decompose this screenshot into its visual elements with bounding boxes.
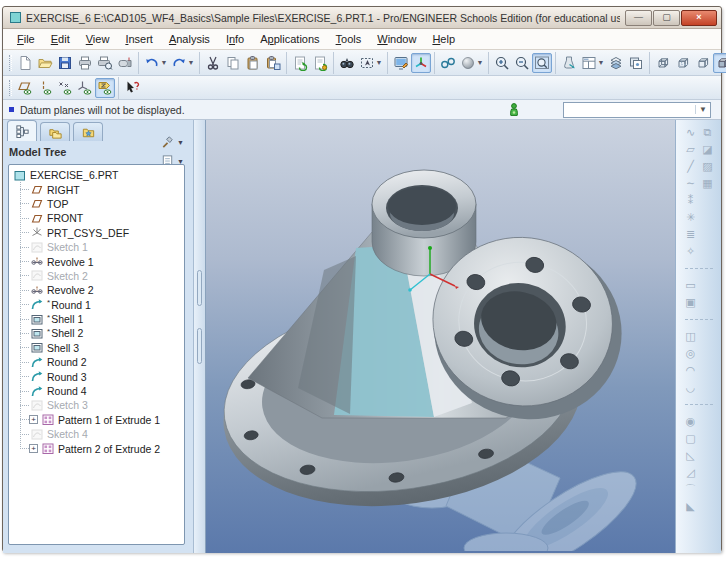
zoom-out-button[interactable]	[512, 53, 532, 73]
undo-button[interactable]: ▼	[142, 53, 169, 73]
menu-applications[interactable]: Applications	[252, 31, 327, 47]
panel-splitter[interactable]	[193, 120, 206, 553]
menu-edit[interactable]: Edit	[43, 31, 78, 47]
selection-filter-button[interactable]: ▼	[357, 53, 384, 73]
open-file-button[interactable]	[35, 53, 55, 73]
rib-tool-button[interactable]: ◺	[683, 450, 699, 461]
chevron-down-icon[interactable]: ▼	[188, 59, 195, 66]
datum-plane-tool-button[interactable]: ▱	[683, 144, 699, 155]
copy-button[interactable]	[223, 53, 243, 73]
spin-center-button[interactable]	[411, 53, 431, 73]
tab-favorites[interactable]	[73, 122, 103, 141]
zoom-in-button[interactable]	[492, 53, 512, 73]
toolbar-grip[interactable]	[9, 55, 12, 71]
menu-insert[interactable]: Insert	[117, 31, 161, 47]
tree-item-round-4[interactable]: Round 4	[12, 384, 184, 398]
datum-curve-tool-button[interactable]: ∼	[683, 178, 699, 189]
datum-plane-display-button[interactable]	[15, 78, 35, 98]
menu-analysis[interactable]: Analysis	[161, 31, 218, 47]
tree-item-top[interactable]: TOP	[12, 197, 184, 211]
menu-file[interactable]: File	[9, 31, 43, 47]
chevron-down-icon[interactable]: ▼	[477, 59, 484, 66]
sketch-tool-button[interactable]: ▭	[683, 280, 699, 291]
menu-tools[interactable]: Tools	[328, 31, 370, 47]
tree-item-round-2[interactable]: Round 2	[12, 355, 184, 369]
menu-help[interactable]: Help	[424, 31, 463, 47]
graphics-viewport[interactable]	[206, 120, 675, 553]
tree-item-right[interactable]: RIGHT	[12, 182, 184, 196]
mirror-tool-button[interactable]: ⧉	[700, 127, 716, 138]
analysis-tool-button[interactable]: ≣	[683, 229, 699, 240]
minimize-button[interactable]: —	[625, 10, 652, 26]
regenerate-button[interactable]	[290, 53, 310, 73]
chevron-down-icon[interactable]: ▼	[177, 139, 184, 146]
hole-tool-button[interactable]: ◉	[683, 416, 699, 427]
expand-icon[interactable]: +	[29, 415, 38, 424]
table-tool-button[interactable]: ▦	[700, 178, 716, 189]
named-views-button[interactable]	[559, 53, 579, 73]
blend-tool-button[interactable]: ◡	[683, 382, 699, 393]
print-button[interactable]	[75, 53, 95, 73]
fill-tool-button[interactable]: ▨	[700, 161, 716, 172]
repaint-button[interactable]	[391, 53, 411, 73]
axis-display-button[interactable]	[35, 78, 55, 98]
tree-item-sketch-2[interactable]: Sketch 2	[12, 269, 184, 283]
save-file-button[interactable]	[55, 53, 75, 73]
chamfer-feature-tool-button[interactable]: ◣	[683, 501, 699, 512]
model-player-tool-button[interactable]: ✧	[683, 246, 699, 257]
merge-tool-button[interactable]: ◪	[700, 144, 716, 155]
hidden-line-button[interactable]	[673, 53, 693, 73]
tree-item-pattern-1-of-extrude-1[interactable]: +Pattern 1 of Extrude 1	[12, 413, 184, 427]
annotation-display-button[interactable]	[95, 78, 115, 98]
style-tool-button[interactable]: ∿	[683, 127, 699, 138]
expand-icon[interactable]: +	[29, 444, 38, 453]
tree-item-revolve-1[interactable]: Revolve 1	[12, 254, 184, 268]
splitter-handle[interactable]	[197, 328, 202, 364]
shaded-view-button[interactable]: ▼	[458, 53, 485, 73]
tree-item-front[interactable]: FRONT	[12, 211, 184, 225]
revolve-tool-button[interactable]: ◎	[683, 348, 699, 359]
paste-button[interactable]	[243, 53, 263, 73]
custom-regenerate-button[interactable]	[310, 53, 330, 73]
maximize-button[interactable]: ▢	[653, 10, 680, 26]
toolbar-grip[interactable]	[9, 80, 12, 96]
tree-item-prt-csys-def[interactable]: PRT_CSYS_DEF	[12, 226, 184, 240]
layers-button[interactable]	[606, 53, 626, 73]
tree-item-round-1[interactable]: *Round 1	[12, 298, 184, 312]
search-combo[interactable]: ▼	[563, 102, 711, 118]
tree-show-settings-button[interactable]: ▼	[157, 133, 187, 152]
tab-model-tree[interactable]	[7, 120, 37, 141]
chevron-down-icon[interactable]: ▼	[598, 59, 605, 66]
menu-view[interactable]: View	[78, 31, 118, 47]
chevron-down-icon[interactable]: ▼	[376, 59, 383, 66]
tree-item-sketch-1[interactable]: Sketch 1	[12, 240, 184, 254]
point-display-button[interactable]	[55, 78, 75, 98]
title-bar[interactable]: EXERCISE_6 E:\CAD105_WF4_Basics\Sample F…	[3, 7, 721, 29]
tree-item-shell-2[interactable]: *Shell 2	[12, 326, 184, 340]
sweep-tool-button[interactable]: ◠	[683, 365, 699, 376]
menu-window[interactable]: Window	[369, 31, 424, 47]
new-file-button[interactable]	[15, 53, 35, 73]
no-hidden-button[interactable]	[693, 53, 713, 73]
draft-tool-button[interactable]: ◿	[683, 467, 699, 478]
close-button[interactable]: ×	[681, 10, 717, 26]
tree-item-sketch-4[interactable]: Sketch 4	[12, 427, 184, 441]
tree-item-exercise-6-prt[interactable]: EXERCISE_6.PRT	[12, 168, 184, 182]
chevron-down-icon[interactable]: ▼	[161, 59, 168, 66]
view-orientation-button[interactable]: ▼	[579, 53, 606, 73]
refit-button[interactable]	[532, 53, 552, 73]
tree-item-round-3[interactable]: Round 3	[12, 369, 184, 383]
orient-mode-button[interactable]	[438, 53, 458, 73]
shaded-button[interactable]	[713, 53, 726, 73]
shell-tool-button[interactable]: ▢	[683, 433, 699, 444]
round-feature-tool-button[interactable]: ⌒	[683, 484, 699, 495]
datum-axis-tool-button[interactable]: ╱	[683, 161, 699, 172]
chevron-down-icon[interactable]: ▼	[695, 105, 710, 114]
find-button[interactable]	[337, 53, 357, 73]
paste-special-button[interactable]	[263, 53, 283, 73]
extrude-tool-button[interactable]: ◫	[683, 331, 699, 342]
tree-item-pattern-2-of-extrude-2[interactable]: +Pattern 2 of Extrude 2	[12, 441, 184, 455]
context-help-button[interactable]	[122, 78, 142, 98]
tab-folder-browser[interactable]	[40, 122, 70, 141]
splitter-handle[interactable]	[197, 270, 202, 306]
